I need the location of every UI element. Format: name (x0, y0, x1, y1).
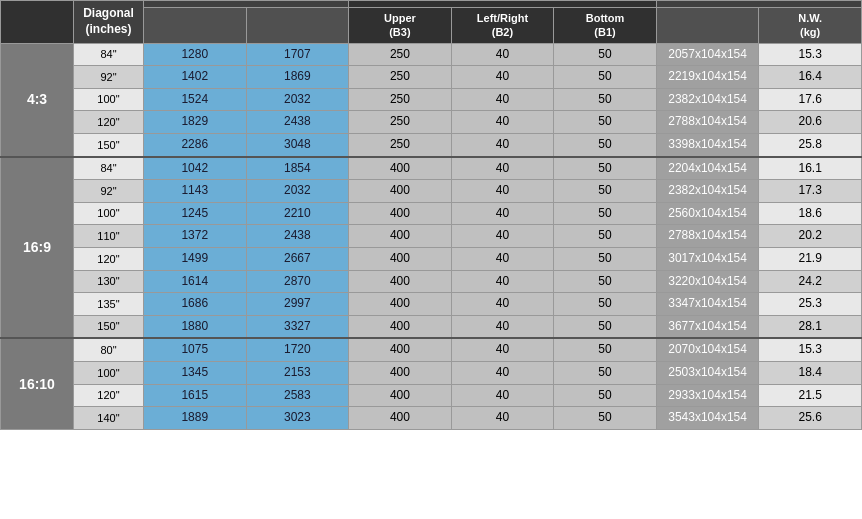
lr-cell: 40 (451, 157, 554, 180)
diagonal-cell: 100" (74, 361, 144, 384)
upper-cell: 250 (349, 111, 452, 134)
housing-cell: 3220x104x154 (656, 270, 759, 293)
width-cell: 1854 (246, 157, 349, 180)
housing-cell: 2933x104x154 (656, 384, 759, 407)
lr-cell: 40 (451, 133, 554, 156)
width-cell: 2870 (246, 270, 349, 293)
nw-cell: 18.4 (759, 361, 862, 384)
housing-cell: 2057x104x154 (656, 43, 759, 66)
housing-cell: 3677x104x154 (656, 315, 759, 338)
height-cell: 1829 (144, 111, 247, 134)
width-cell: 1720 (246, 338, 349, 361)
lr-cell: 40 (451, 247, 554, 270)
lr-header: Left/Right(B2) (451, 8, 554, 44)
bottom-cell: 50 (554, 361, 657, 384)
housing-cell: 3398x104x154 (656, 133, 759, 156)
nw-cell: 15.3 (759, 338, 862, 361)
height-cell: 1615 (144, 384, 247, 407)
bottom-cell: 50 (554, 270, 657, 293)
bottom-cell: 50 (554, 43, 657, 66)
bottom-cell: 50 (554, 88, 657, 111)
diagonal-cell: 120" (74, 111, 144, 134)
upper-cell: 400 (349, 384, 452, 407)
lxwxh-header (656, 8, 759, 44)
lr-cell: 40 (451, 270, 554, 293)
lr-cell: 40 (451, 315, 554, 338)
housing-cell: 3347x104x154 (656, 293, 759, 316)
nw-cell: 28.1 (759, 315, 862, 338)
bottom-cell: 50 (554, 111, 657, 134)
nw-cell: 20.6 (759, 111, 862, 134)
diagonal-cell: 100" (74, 88, 144, 111)
height-header (144, 8, 247, 44)
width-cell: 2032 (246, 180, 349, 203)
width-cell: 3023 (246, 407, 349, 430)
width-cell: 2210 (246, 202, 349, 225)
nw-cell: 25.3 (759, 293, 862, 316)
width-cell: 3048 (246, 133, 349, 156)
bottom-cell: 50 (554, 66, 657, 89)
upper-cell: 250 (349, 66, 452, 89)
upper-cell: 400 (349, 361, 452, 384)
housing-cell: 2219x104x154 (656, 66, 759, 89)
format-header (1, 1, 74, 44)
lr-cell: 40 (451, 180, 554, 203)
housing-cell: 2560x104x154 (656, 202, 759, 225)
lr-cell: 40 (451, 225, 554, 248)
width-header (246, 8, 349, 44)
width-cell: 2032 (246, 88, 349, 111)
width-cell: 1707 (246, 43, 349, 66)
upper-cell: 400 (349, 247, 452, 270)
upper-cell: 400 (349, 157, 452, 180)
height-cell: 1042 (144, 157, 247, 180)
width-cell: 2997 (246, 293, 349, 316)
diagonal-cell: 110" (74, 225, 144, 248)
nw-cell: 25.6 (759, 407, 862, 430)
bottom-cell: 50 (554, 133, 657, 156)
housing-cell: 2382x104x154 (656, 88, 759, 111)
housing-cell: 2788x104x154 (656, 111, 759, 134)
bottom-cell: 50 (554, 293, 657, 316)
upper-cell: 400 (349, 225, 452, 248)
lr-cell: 40 (451, 202, 554, 225)
diagonal-cell: 84" (74, 157, 144, 180)
height-cell: 1524 (144, 88, 247, 111)
height-cell: 1614 (144, 270, 247, 293)
diagonal-cell: 92" (74, 180, 144, 203)
width-cell: 2438 (246, 225, 349, 248)
width-cell: 1869 (246, 66, 349, 89)
housing-cell: 2382x104x154 (656, 180, 759, 203)
height-cell: 1280 (144, 43, 247, 66)
diagonal-cell: 100" (74, 202, 144, 225)
diagonal-header: Diagonal(inches) (74, 1, 144, 44)
upper-cell: 250 (349, 43, 452, 66)
height-cell: 1889 (144, 407, 247, 430)
nw-cell: 25.8 (759, 133, 862, 156)
housing-dimension-header (656, 1, 861, 8)
bottom-cell: 50 (554, 407, 657, 430)
diagonal-cell: 150" (74, 315, 144, 338)
upper-cell: 400 (349, 202, 452, 225)
bottom-cell: 50 (554, 384, 657, 407)
upper-cell: 400 (349, 407, 452, 430)
diagonal-cell: 80" (74, 338, 144, 361)
nw-cell: 17.3 (759, 180, 862, 203)
width-cell: 2583 (246, 384, 349, 407)
bottom-cell: 50 (554, 315, 657, 338)
nw-cell: 24.2 (759, 270, 862, 293)
height-cell: 1402 (144, 66, 247, 89)
width-cell: 3327 (246, 315, 349, 338)
lr-cell: 40 (451, 111, 554, 134)
format-label-16-9: 16:9 (1, 157, 74, 339)
housing-cell: 2204x104x154 (656, 157, 759, 180)
bottom-cell: 50 (554, 247, 657, 270)
diagonal-cell: 92" (74, 66, 144, 89)
lr-cell: 40 (451, 66, 554, 89)
lr-cell: 40 (451, 338, 554, 361)
nw-cell: 17.6 (759, 88, 862, 111)
upper-cell: 400 (349, 293, 452, 316)
lr-cell: 40 (451, 88, 554, 111)
housing-cell: 3017x104x154 (656, 247, 759, 270)
nw-cell: 21.9 (759, 247, 862, 270)
height-cell: 1345 (144, 361, 247, 384)
